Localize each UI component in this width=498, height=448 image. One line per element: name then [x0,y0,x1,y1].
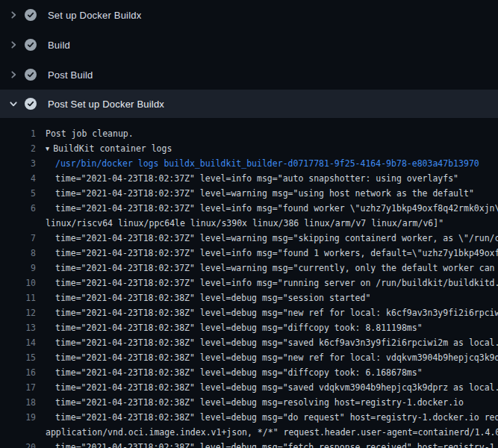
log-line-number[interactable]: 15 [0,350,36,365]
step-row-build[interactable]: Build [0,30,498,60]
log-line: 19 time="2021-04-23T18:02:38Z" level=deb… [0,410,498,425]
log-line-message: time="2021-04-23T18:02:37Z" level=info m… [55,203,498,214]
log-line-message: BuildKit container logs [53,143,172,154]
chevron-icon [9,10,18,19]
log-line-text: time="2021-04-23T18:02:37Z" level=warnin… [36,261,498,276]
check-circle-icon [25,69,37,81]
log-line-message: time="2021-04-23T18:02:38Z" level=debug … [55,293,370,303]
log-line-message: time="2021-04-23T18:02:37Z" level=warnin… [55,188,474,199]
log-line-message: time="2021-04-23T18:02:38Z" level=debug … [55,367,423,378]
log-line: 12 time="2021-04-23T18:02:38Z" level=deb… [0,305,498,320]
log-line: 1 Post job cleanup. [0,126,498,141]
log-line-number[interactable]: 9 [0,261,36,276]
log-line: 2 ▼BuildKit container logs [0,141,498,156]
log-line-text: application/vnd.oci.image.index.v1+json,… [36,425,498,440]
check-circle-icon [25,39,37,51]
log-line-message: time="2021-04-23T18:02:37Z" level=warnin… [55,263,498,273]
log-line-number[interactable]: 12 [0,305,36,320]
log-line-number[interactable]: 4 [0,171,36,186]
log-line-message: time="2021-04-23T18:02:37Z" level=info m… [55,248,498,258]
log-line: linux/riscv64 linux/ppc64le linux/s390x … [0,216,498,231]
actions-log-viewer: Set up Docker Buildx Build [0,0,498,448]
check-circle-icon [25,98,37,110]
log-line: 10 time="2021-04-23T18:02:37Z" level=inf… [0,276,498,290]
log-line: 5 time="2021-04-23T18:02:37Z" level=warn… [0,186,498,201]
log-line-number[interactable] [0,425,36,440]
log-line-text: time="2021-04-23T18:02:37Z" level=info m… [36,171,498,186]
log-line-text: time="2021-04-23T18:02:38Z" level=debug … [36,305,498,320]
log-line-number[interactable]: 14 [0,335,36,350]
log-line-number[interactable]: 6 [0,201,36,216]
log-line-number[interactable]: 19 [0,410,36,425]
log-line: 6 time="2021-04-23T18:02:37Z" level=info… [0,201,498,216]
log-line: 3 /usr/bin/docker logs buildx_buildkit_b… [0,156,498,171]
log-line-number[interactable]: 18 [0,395,36,410]
log-line: 18 time="2021-04-23T18:02:38Z" level=deb… [0,395,498,410]
log-line-number[interactable]: 16 [0,365,36,380]
log-group-collapse-icon[interactable]: ▼ [46,141,49,156]
log-line-text: time="2021-04-23T18:02:37Z" level=warnin… [36,186,498,201]
log-line-message: time="2021-04-23T18:02:38Z" level=debug … [55,323,423,333]
log-line-message: linux/riscv64 linux/ppc64le linux/s390x … [46,218,443,228]
step-row-post-set-up-docker-buildx[interactable]: Post Set up Docker Buildx [0,90,498,118]
steps-list: Set up Docker Buildx Build [0,0,498,118]
log-line-message: time="2021-04-23T18:02:37Z" level=warnin… [55,233,498,243]
log-line-number[interactable]: 2 [0,141,36,156]
log-line: 14 time="2021-04-23T18:02:38Z" level=deb… [0,335,498,350]
log-line-text: ▼BuildKit container logs [36,141,498,156]
log-line-number[interactable]: 3 [0,156,36,171]
chevron-icon [9,70,18,79]
log-line-message: time="2021-04-23T18:02:38Z" level=debug … [55,337,498,348]
log-line-text: time="2021-04-23T18:02:38Z" level=debug … [36,410,498,425]
log-line-text: time="2021-04-23T18:02:38Z" level=debug … [36,320,498,335]
log-line-message: Post job cleanup. [46,128,134,139]
log-line: 9 time="2021-04-23T18:02:37Z" level=warn… [0,261,498,276]
log-line-text: time="2021-04-23T18:02:38Z" level=debug … [36,380,498,395]
log-line-text: time="2021-04-23T18:02:38Z" level=debug … [36,440,498,448]
log-line-number[interactable]: 17 [0,380,36,395]
log-line-number[interactable] [0,216,36,231]
log-line-text: time="2021-04-23T18:02:37Z" level=info m… [36,276,498,290]
log-line-number[interactable]: 8 [0,246,36,261]
log-line-text: /usr/bin/docker logs buildx_buildkit_bui… [36,156,498,171]
log-line-number[interactable]: 5 [0,186,36,201]
log-line: 13 time="2021-04-23T18:02:38Z" level=deb… [0,320,498,335]
log-line-number[interactable]: 11 [0,290,36,305]
log-line-text: Post job cleanup. [36,126,498,141]
log-line-text: linux/riscv64 linux/ppc64le linux/s390x … [36,216,498,231]
log-line-message: /usr/bin/docker logs buildx_buildkit_bui… [55,158,479,169]
log-line-message: time="2021-04-23T18:02:38Z" level=debug … [55,352,498,363]
log-line: 4 time="2021-04-23T18:02:37Z" level=info… [0,171,498,186]
log-line: 17 time="2021-04-23T18:02:38Z" level=deb… [0,380,498,395]
chevron-icon [9,40,18,49]
step-label: Build [48,40,70,51]
log-line-message: time="2021-04-23T18:02:38Z" level=debug … [55,382,498,393]
log-line-text: time="2021-04-23T18:02:37Z" level=info m… [36,201,498,216]
log-line-message: time="2021-04-23T18:02:38Z" level=debug … [55,442,498,448]
chevron-icon [9,99,18,108]
log-line-number[interactable]: 1 [0,126,36,141]
step-row-post-build[interactable]: Post Build [0,60,498,90]
log-line-message: time="2021-04-23T18:02:38Z" level=debug … [55,397,464,408]
log-line-text: time="2021-04-23T18:02:38Z" level=debug … [36,290,498,305]
log-line: 15 time="2021-04-23T18:02:38Z" level=deb… [0,350,498,365]
log-line: 11 time="2021-04-23T18:02:38Z" level=deb… [0,290,498,305]
log-line-message: application/vnd.oci.image.index.v1+json,… [46,427,498,438]
log-line: 7 time="2021-04-23T18:02:37Z" level=warn… [0,231,498,246]
log-line-number[interactable]: 10 [0,276,36,290]
log-line-text: time="2021-04-23T18:02:37Z" level=info m… [36,246,498,261]
log-line-message: time="2021-04-23T18:02:37Z" level=info m… [55,173,458,184]
check-circle-icon [25,9,37,21]
log-line-text: time="2021-04-23T18:02:38Z" level=debug … [36,395,498,410]
log-line-text: time="2021-04-23T18:02:38Z" level=debug … [36,335,498,350]
step-row-set-up-docker-buildx[interactable]: Set up Docker Buildx [0,0,498,30]
log-line-number[interactable]: 13 [0,320,36,335]
log-line: 16 time="2021-04-23T18:02:38Z" level=deb… [0,365,498,380]
log-line-text: time="2021-04-23T18:02:38Z" level=debug … [36,350,498,365]
log-line-number[interactable]: 7 [0,231,36,246]
step-label: Post Set up Docker Buildx [48,99,164,110]
log-line-message: time="2021-04-23T18:02:37Z" level=info m… [55,278,498,288]
log-line-number[interactable]: 20 [0,440,36,448]
log-line: 8 time="2021-04-23T18:02:37Z" level=info… [0,246,498,261]
log-line: 20 time="2021-04-23T18:02:38Z" level=deb… [0,440,498,448]
